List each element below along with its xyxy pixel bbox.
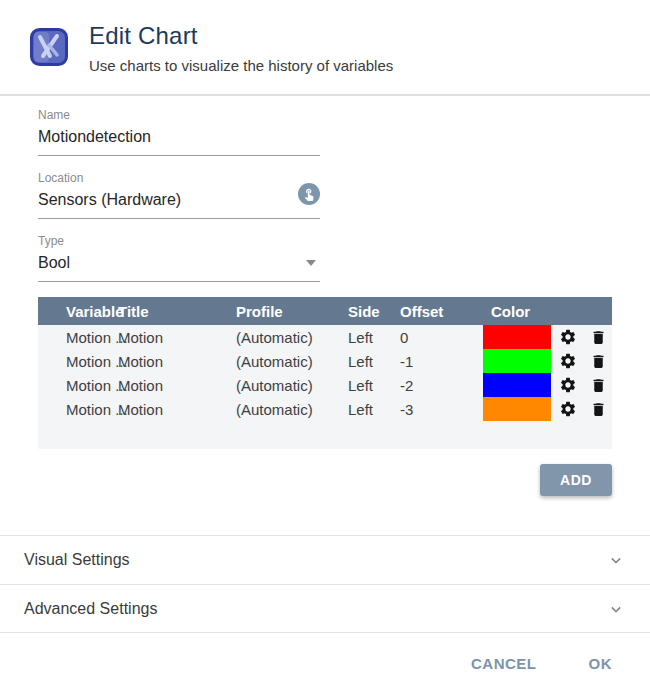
table-header: VariableTitleProfileSideOffsetColor: [38, 297, 612, 325]
row-delete-button[interactable]: [585, 373, 611, 397]
cell-variable: Motion ...: [66, 329, 118, 346]
cell-variable: Motion ...: [66, 353, 118, 370]
table-row: Motion ... Motion (Automatic) Left -2: [38, 373, 612, 397]
add-row: ADD: [38, 464, 612, 496]
cell-variable: Motion ...: [66, 401, 118, 418]
trash-icon: [590, 353, 607, 370]
row-delete-button[interactable]: [585, 397, 611, 421]
row-delete-button[interactable]: [585, 325, 611, 349]
type-label: Type: [38, 234, 320, 248]
cell-variable: Motion ...: [66, 377, 118, 394]
cell-profile: (Automatic): [236, 353, 348, 370]
column-header: Color: [483, 303, 551, 320]
name-field-group: Name: [38, 108, 320, 151]
gear-icon: [559, 352, 577, 370]
name-input[interactable]: [38, 122, 320, 156]
column-header: Title: [118, 303, 236, 320]
add-button[interactable]: ADD: [540, 464, 612, 496]
touch-icon: [302, 187, 316, 201]
ok-button[interactable]: OK: [589, 655, 613, 672]
location-picker-button[interactable]: [298, 183, 320, 205]
location-label: Location: [38, 171, 320, 185]
dialog-title: Edit Chart: [89, 22, 393, 50]
chevron-down-icon: [606, 599, 626, 619]
location-field-group: Location: [38, 171, 320, 214]
chart-app-icon: [30, 28, 68, 66]
cell-profile: (Automatic): [236, 377, 348, 394]
column-header: Variable: [66, 303, 118, 320]
column-header: Side: [348, 303, 400, 320]
color-swatch[interactable]: [483, 325, 551, 349]
advanced-settings-label: Advanced Settings: [24, 600, 157, 618]
row-delete-button[interactable]: [585, 349, 611, 373]
cell-profile: (Automatic): [236, 329, 348, 346]
cell-side: Left: [348, 377, 400, 394]
visual-settings-section[interactable]: Visual Settings: [0, 535, 650, 584]
column-header: Profile: [236, 303, 348, 320]
cancel-button[interactable]: CANCEL: [471, 655, 537, 672]
table-row: Motion ... Motion (Automatic) Left -1: [38, 349, 612, 373]
type-selected-value: Bool: [38, 254, 70, 272]
column-header: Offset: [400, 303, 483, 320]
location-input[interactable]: [38, 185, 320, 219]
trash-icon: [590, 329, 607, 346]
caret-down-icon: [306, 260, 316, 266]
visual-settings-label: Visual Settings: [24, 551, 130, 569]
type-field-group: Type Bool: [38, 234, 320, 277]
cell-offset: 0: [400, 329, 483, 346]
table-row: Motion ... Motion (Automatic) Left -3: [38, 397, 612, 421]
chevron-down-icon: [606, 550, 626, 570]
dialog-header: Edit Chart Use charts to visualize the h…: [0, 0, 650, 96]
name-label: Name: [38, 108, 320, 122]
cell-title: Motion: [118, 329, 236, 346]
cell-side: Left: [348, 329, 400, 346]
dialog-footer: CANCEL OK: [0, 633, 650, 672]
row-settings-button[interactable]: [551, 349, 585, 373]
cell-title: Motion: [118, 377, 236, 394]
advanced-settings-section[interactable]: Advanced Settings: [0, 584, 650, 633]
table-body: Motion ... Motion (Automatic) Left 0 Mot…: [38, 325, 612, 449]
type-select[interactable]: Bool: [38, 248, 320, 282]
trash-icon: [590, 401, 607, 418]
row-settings-button[interactable]: [551, 325, 585, 349]
trash-icon: [590, 377, 607, 394]
gear-icon: [559, 328, 577, 346]
cell-title: Motion: [118, 353, 236, 370]
gear-icon: [559, 376, 577, 394]
dialog-subtitle: Use charts to visualize the history of v…: [89, 57, 393, 74]
edit-chart-dialog: Edit Chart Use charts to visualize the h…: [0, 0, 650, 672]
cell-offset: -2: [400, 377, 483, 394]
color-swatch[interactable]: [483, 373, 551, 397]
dialog-body: Name Location Type Bool VariableTitlePro…: [0, 96, 650, 496]
cell-offset: -3: [400, 401, 483, 418]
cell-title: Motion: [118, 401, 236, 418]
row-settings-button[interactable]: [551, 397, 585, 421]
cell-offset: -1: [400, 353, 483, 370]
cell-side: Left: [348, 353, 400, 370]
cell-side: Left: [348, 401, 400, 418]
variables-table: VariableTitleProfileSideOffsetColor Moti…: [38, 297, 612, 449]
cell-profile: (Automatic): [236, 401, 348, 418]
table-row: Motion ... Motion (Automatic) Left 0: [38, 325, 612, 349]
row-settings-button[interactable]: [551, 373, 585, 397]
gear-icon: [559, 400, 577, 418]
color-swatch[interactable]: [483, 397, 551, 421]
color-swatch[interactable]: [483, 349, 551, 373]
